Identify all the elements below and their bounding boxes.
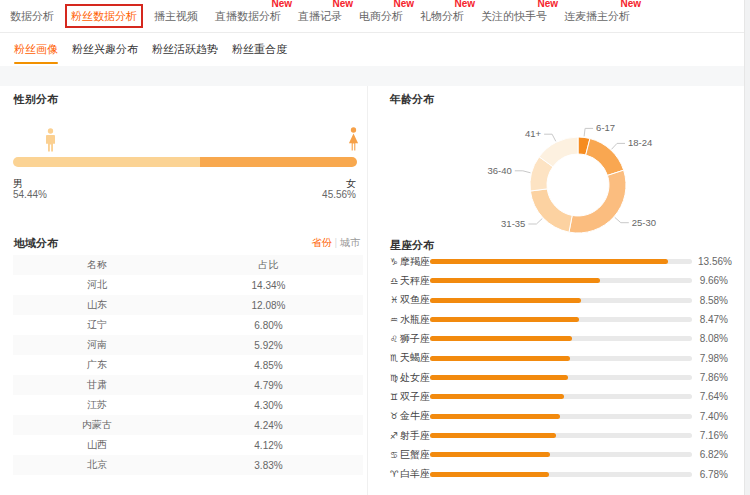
zodiac-label: ♉金牛座 xyxy=(390,409,430,423)
nav-tab-ecommerce-analysis[interactable]: 电商分析New xyxy=(359,9,403,24)
zodiac-icon: ♓ xyxy=(390,295,398,305)
zodiac-icon: ♈ xyxy=(390,469,398,479)
region-scope-toggle: 省份|城市 xyxy=(311,236,360,250)
region-name: 辽宁 xyxy=(13,318,181,332)
zodiac-row: ♉金牛座7.40% xyxy=(390,407,730,426)
nav-tab-label: 播主视频 xyxy=(154,10,198,22)
zodiac-bar-track xyxy=(430,356,692,361)
donut-label-line xyxy=(544,134,556,141)
nav-tab-co-host-analysis[interactable]: 连麦播主分析New xyxy=(564,9,630,24)
zodiac-value: 8.58% xyxy=(698,295,728,306)
zodiac-bar-track xyxy=(430,278,692,283)
subtab-fan-overlap[interactable]: 粉丝重合度 xyxy=(232,33,287,66)
region-name: 广东 xyxy=(13,358,181,372)
male-icon xyxy=(45,128,56,152)
zodiac-bar-fill xyxy=(430,278,600,283)
toggle-divider: | xyxy=(334,237,337,248)
region-ratio: 4.30% xyxy=(181,400,356,411)
column-header: 占比 xyxy=(181,258,356,272)
donut-label: 18-24 xyxy=(628,137,652,148)
zodiac-row: ♍处女座7.86% xyxy=(390,368,730,387)
nav-tab-label: 连麦播主分析 xyxy=(564,10,630,22)
nav-tab-label: 电商分析 xyxy=(359,10,403,22)
toggle-province[interactable]: 省份 xyxy=(311,237,331,248)
region-name: 河北 xyxy=(13,278,181,292)
nav-tab-fan-data-analysis[interactable]: 粉丝数据分析 xyxy=(71,9,137,24)
gender-ratio-bar xyxy=(13,157,357,167)
region-name: 江苏 xyxy=(13,398,181,412)
region-name: 北京 xyxy=(13,458,181,472)
zodiac-label: ♍处女座 xyxy=(390,371,430,385)
zodiac-row: ♓双鱼座8.58% xyxy=(390,291,730,310)
subtab-fan-activity[interactable]: 粉丝活跃趋势 xyxy=(152,33,218,66)
zodiac-bar-fill xyxy=(430,317,579,322)
region-ratio: 14.34% xyxy=(181,280,356,291)
region-ratio: 4.12% xyxy=(181,440,356,451)
zodiac-bar-track xyxy=(430,317,692,322)
region-name: 山西 xyxy=(13,438,181,452)
nav-tab-label: 数据分析 xyxy=(10,10,54,22)
zodiac-bar-track xyxy=(430,394,692,399)
subtab-fan-interest[interactable]: 粉丝兴趣分布 xyxy=(72,33,138,66)
subtab-fan-profile[interactable]: 粉丝画像 xyxy=(14,33,58,66)
zodiac-bar-fill xyxy=(430,356,570,361)
donut-label-line xyxy=(612,143,626,149)
region-name: 内蒙古 xyxy=(13,418,181,432)
table-row: 辽宁6.80% xyxy=(13,315,363,335)
zodiac-bar-track xyxy=(430,298,692,303)
zodiac-bar-chart: ♑摩羯座13.56%♎天秤座9.66%♓双鱼座8.58%♒水瓶座8.47%♌狮子… xyxy=(390,252,730,484)
zodiac-name: 射手座 xyxy=(400,429,430,443)
donut-segment-25-30[interactable] xyxy=(569,170,626,233)
zodiac-row: ♊双子座7.64% xyxy=(390,387,730,406)
table-row: 内蒙古4.24% xyxy=(13,415,363,435)
scrollbar-track[interactable] xyxy=(744,0,750,495)
table-row: 河北14.34% xyxy=(13,275,363,295)
zodiac-label: ♓双鱼座 xyxy=(390,293,430,307)
table-row: 甘肃4.79% xyxy=(13,375,363,395)
new-badge: New xyxy=(454,0,475,9)
content-area: 性别分布 男 54.44% 女 45.56% 地域分布 xyxy=(0,86,750,495)
new-badge: New xyxy=(332,0,353,9)
new-badge: New xyxy=(620,0,641,9)
zodiac-label: ♎天秤座 xyxy=(390,274,430,288)
zodiac-row: ♒水瓶座8.47% xyxy=(390,310,730,329)
region-ratio: 12.08% xyxy=(181,300,356,311)
top-nav-bar: 数据分析粉丝数据分析播主视频直播数据分析New直播记录New电商分析New礼物分… xyxy=(0,0,750,33)
donut-label: 41+ xyxy=(525,128,542,139)
zodiac-bar-track xyxy=(430,259,692,264)
table-row: 广东4.85% xyxy=(13,355,363,375)
zodiac-name: 白羊座 xyxy=(400,467,430,481)
section-divider-band xyxy=(0,66,750,86)
female-icon xyxy=(348,127,359,151)
donut-label-line xyxy=(615,217,629,222)
nav-tab-live-records[interactable]: 直播记录New xyxy=(298,9,342,24)
donut-segment-31-35[interactable] xyxy=(530,189,572,232)
new-badge: New xyxy=(393,0,414,9)
zodiac-section-title: 星座分布 xyxy=(390,238,434,253)
zodiac-row: ♏天蝎座7.98% xyxy=(390,349,730,368)
zodiac-value: 13.56% xyxy=(698,256,728,267)
donut-label: 36-40 xyxy=(487,165,511,176)
nav-tab-gift-analysis[interactable]: 礼物分析New xyxy=(420,9,464,24)
zodiac-bar-fill xyxy=(430,433,556,438)
sub-tab-bar: 粉丝画像粉丝兴趣分布粉丝活跃趋势粉丝重合度 xyxy=(0,33,750,66)
zodiac-label: ♌狮子座 xyxy=(390,332,430,346)
region-ratio: 3.83% xyxy=(181,460,356,471)
zodiac-bar-fill xyxy=(430,375,568,380)
zodiac-icon: ♏ xyxy=(390,353,398,363)
nav-tab-live-data-analysis[interactable]: 直播数据分析New xyxy=(215,9,281,24)
zodiac-value: 8.08% xyxy=(698,333,728,344)
zodiac-row: ♑摩羯座13.56% xyxy=(390,252,730,271)
zodiac-value: 7.86% xyxy=(698,372,728,383)
donut-label-line xyxy=(515,171,531,173)
region-ratio: 5.92% xyxy=(181,340,356,351)
zodiac-bar-track xyxy=(430,414,692,419)
nav-tab-data-analysis[interactable]: 数据分析 xyxy=(10,9,54,24)
toggle-city[interactable]: 城市 xyxy=(340,237,360,248)
nav-tab-followed-accounts[interactable]: 关注的快手号New xyxy=(481,9,547,24)
zodiac-value: 6.82% xyxy=(698,449,728,460)
region-name: 甘肃 xyxy=(13,378,181,392)
donut-segment-18-24[interactable] xyxy=(586,139,624,176)
nav-tab-host-videos[interactable]: 播主视频 xyxy=(154,9,198,24)
zodiac-name: 天蝎座 xyxy=(400,351,430,365)
